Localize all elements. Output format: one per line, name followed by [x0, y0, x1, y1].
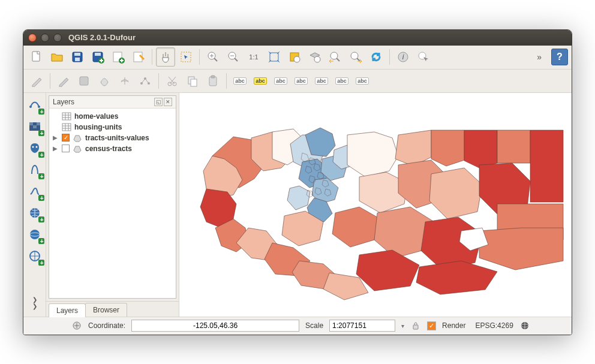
save-project-icon[interactable] — [68, 47, 87, 67]
window-minimize-button[interactable] — [41, 34, 49, 42]
client-area: ❯❯ Layers ◱ ✕ home-values — [23, 93, 572, 317]
coordinate-input[interactable] — [131, 320, 299, 332]
layer-row[interactable]: ▶ tracts-units-values — [50, 133, 175, 143]
save-project-as-icon[interactable] — [88, 47, 107, 67]
cut-features-icon[interactable] — [163, 71, 182, 91]
table-layer-icon — [62, 123, 71, 131]
add-wms-layer-icon[interactable] — [26, 204, 43, 221]
select-icon[interactable] — [414, 47, 433, 67]
expand-arrow-icon[interactable]: ▶ — [53, 134, 59, 141]
pan-icon[interactable] — [156, 47, 175, 67]
composer-manager-icon[interactable] — [129, 47, 148, 67]
map-canvas[interactable] — [179, 93, 572, 317]
scale-lock-icon[interactable] — [410, 320, 421, 331]
toolbar-separator — [158, 73, 159, 89]
svg-point-25 — [148, 82, 150, 85]
crs-label: EPSG:4269 — [475, 321, 513, 330]
layer-row[interactable]: housing-units — [50, 122, 175, 133]
add-layer-toolbar: ❯❯ — [23, 93, 46, 317]
layer-tree[interactable]: home-values housing-units ▶ tracts-units… — [49, 109, 176, 157]
toggle-extents-icon[interactable] — [71, 320, 82, 331]
refresh-icon[interactable] — [366, 47, 386, 67]
zoom-full-icon[interactable] — [265, 47, 284, 67]
scale-selector[interactable] — [329, 320, 395, 332]
node-tool-icon[interactable] — [136, 71, 155, 91]
new-project-icon[interactable] — [27, 47, 46, 67]
paste-features-icon[interactable] — [203, 71, 223, 91]
label-change-icon[interactable]: abc — [353, 71, 372, 91]
svg-rect-45 — [62, 124, 71, 131]
svg-rect-31 — [211, 76, 215, 78]
toolbar-separator — [152, 49, 152, 65]
zoom-in-icon[interactable] — [203, 47, 223, 67]
layer-name: tracts-units-values — [85, 134, 149, 142]
svg-rect-3 — [75, 58, 80, 61]
panel-close-icon[interactable]: ✕ — [164, 98, 172, 106]
zoom-to-selection-icon[interactable] — [285, 47, 304, 67]
svg-point-41 — [30, 230, 40, 239]
identify-icon[interactable]: i — [393, 47, 413, 67]
toolbar-overflow-icon[interactable]: » — [533, 52, 545, 62]
add-wcs-layer-icon[interactable] — [26, 226, 43, 243]
zoom-to-layer-icon[interactable] — [305, 47, 324, 67]
panel-tabs: Layers Browser — [46, 301, 179, 317]
svg-rect-22 — [80, 77, 88, 85]
svg-point-33 — [38, 106, 40, 108]
window-maximize-button[interactable] — [53, 34, 62, 42]
tab-layers[interactable]: Layers — [49, 303, 86, 317]
label-move-icon[interactable]: abc — [312, 71, 331, 91]
toggle-editing-icon[interactable] — [54, 71, 73, 91]
svg-rect-2 — [74, 53, 80, 56]
panel-title-text: Layers — [53, 98, 74, 106]
table-layer-icon — [62, 112, 71, 121]
add-wfs-layer-icon[interactable] — [26, 248, 43, 264]
svg-rect-5 — [95, 53, 101, 56]
zoom-last-icon[interactable] — [326, 47, 345, 67]
svg-point-32 — [29, 106, 32, 108]
add-raster-layer-icon[interactable] — [26, 118, 43, 135]
move-feature-icon[interactable] — [115, 71, 134, 91]
svg-rect-29 — [191, 79, 197, 86]
layer-visibility-checkbox[interactable] — [62, 145, 70, 152]
window-close-button[interactable] — [28, 34, 37, 42]
toolbar-separator — [226, 73, 227, 89]
zoom-next-icon[interactable] — [346, 47, 365, 67]
side-toolbar-overflow-icon[interactable]: ❯❯ — [32, 296, 37, 309]
label-rotate-icon[interactable]: abc — [332, 71, 351, 91]
titlebar: QGIS 2.0.1-Dufour — [23, 30, 572, 46]
copy-features-icon[interactable] — [183, 71, 202, 91]
layer-name: housing-units — [74, 123, 122, 131]
tab-browser[interactable]: Browser — [85, 303, 127, 317]
label-pin-icon[interactable]: abc — [271, 71, 290, 91]
zoom-out-icon[interactable] — [224, 47, 243, 67]
label-highlight-icon[interactable]: abc — [251, 71, 270, 91]
save-layer-edits-icon[interactable] — [74, 71, 94, 91]
add-feature-icon[interactable] — [95, 71, 114, 91]
label-tool-icon[interactable]: abc — [230, 71, 250, 91]
add-spatialite-layer-icon[interactable] — [26, 161, 43, 178]
toolbar-editing-labels: abc abc abc abc abc abc abc — [23, 70, 572, 93]
svg-point-38 — [32, 146, 34, 148]
new-print-composer-icon[interactable] — [109, 47, 128, 67]
layer-visibility-checkbox[interactable] — [62, 134, 70, 142]
scale-dropdown-icon[interactable]: ▾ — [401, 323, 404, 329]
layer-row[interactable]: home-values — [50, 111, 175, 122]
svg-text:i: i — [402, 53, 404, 61]
expand-arrow-icon[interactable]: ▶ — [53, 145, 59, 152]
add-postgis-layer-icon[interactable] — [26, 140, 43, 157]
open-project-icon[interactable] — [47, 47, 67, 67]
panel-undock-icon[interactable]: ◱ — [154, 98, 163, 106]
svg-point-39 — [35, 146, 37, 148]
current-edits-icon[interactable] — [27, 71, 46, 91]
svg-rect-44 — [62, 113, 71, 120]
crs-status-icon[interactable] — [519, 320, 530, 331]
add-vector-layer-icon[interactable] — [26, 97, 43, 113]
label-show-icon[interactable]: abc — [292, 71, 311, 91]
pan-to-selection-icon[interactable] — [176, 47, 196, 67]
layer-row[interactable]: ▶ census-tracts — [50, 143, 175, 154]
zoom-native-icon[interactable]: 1:1 — [244, 47, 263, 67]
polygon-layer-icon — [73, 134, 82, 142]
help-button[interactable]: ? — [551, 49, 568, 65]
render-checkbox[interactable] — [427, 321, 436, 330]
add-mssql-layer-icon[interactable] — [26, 183, 43, 200]
